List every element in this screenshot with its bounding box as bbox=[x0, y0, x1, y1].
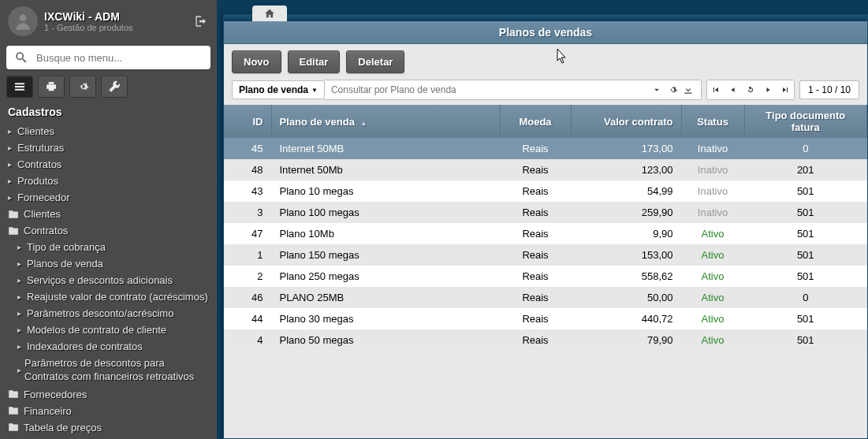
cell-tipo: 501 bbox=[744, 329, 867, 351]
menu-list-icon[interactable] bbox=[6, 76, 33, 98]
tree-subitem[interactable]: ▸Parâmetros desconto/acréscimo bbox=[14, 305, 212, 322]
cell-tipo: 501 bbox=[744, 180, 867, 202]
tree-subitem[interactable]: ▸Serviços e descontos adicionais bbox=[14, 272, 212, 288]
tree-folder[interactable]: Financeiro bbox=[5, 403, 212, 419]
deletar-button[interactable]: Deletar bbox=[346, 50, 404, 73]
table-row[interactable]: 43Plano 10 megasReais54,99Inativo501 bbox=[224, 180, 867, 202]
filter-dropdown-icon[interactable] bbox=[650, 84, 663, 96]
sidebar: IXCWiki - ADM 1 - Gestão de produtos Cad… bbox=[0, 0, 217, 439]
caret-icon: ▸ bbox=[17, 292, 24, 301]
caret-icon: ▸ bbox=[17, 276, 24, 285]
folder-icon bbox=[8, 225, 19, 236]
cell-moeda: Reais bbox=[500, 329, 571, 351]
editar-button[interactable]: Editar bbox=[288, 50, 341, 73]
cell-status: Ativo bbox=[681, 244, 744, 266]
col-id[interactable]: ID bbox=[224, 105, 271, 138]
table-row[interactable]: 2Plano 250 megasReais558,62Ativo501 bbox=[224, 266, 867, 287]
gears-icon[interactable] bbox=[69, 76, 96, 98]
cell-plano: Internet 50Mb bbox=[271, 159, 500, 180]
cell-tipo: 501 bbox=[744, 266, 867, 287]
filter-field-select[interactable]: Plano de venda ▼ bbox=[232, 80, 325, 99]
col-plano[interactable]: Plano de venda ▲ bbox=[271, 105, 500, 138]
folder-icon bbox=[8, 209, 19, 220]
col-plano-label: Plano de venda bbox=[280, 116, 355, 128]
cell-tipo: 0 bbox=[744, 287, 867, 308]
cell-status: Inativo bbox=[681, 138, 744, 159]
pager-refresh[interactable] bbox=[742, 80, 759, 99]
col-moeda[interactable]: Moeda bbox=[500, 105, 571, 138]
search-icon bbox=[14, 50, 28, 65]
table-row[interactable]: 3Plano 100 megasReais259,90Inativo501 bbox=[224, 202, 867, 223]
col-status[interactable]: Status bbox=[681, 105, 744, 138]
tree-label: Clientes bbox=[17, 125, 54, 137]
caret-icon: ▸ bbox=[17, 259, 24, 268]
tree-label: Fornecedores bbox=[24, 389, 87, 400]
table-row[interactable]: 47Plano 10MbReais9,90Ativo501 bbox=[224, 223, 867, 244]
tree-subitem[interactable]: ▸Reajuste valor de contrato (acréscimos) bbox=[14, 288, 212, 305]
download-icon[interactable] bbox=[682, 84, 695, 96]
tree-folder[interactable]: Clientes bbox=[5, 206, 212, 222]
tree-folder[interactable]: Contratos bbox=[5, 222, 212, 239]
cell-moeda: Reais bbox=[500, 308, 571, 329]
pager-prev[interactable] bbox=[725, 80, 742, 99]
cell-plano: Plano 30 megas bbox=[271, 308, 500, 329]
cell-plano: Plano 50 megas bbox=[271, 329, 500, 351]
cell-valor: 259,90 bbox=[571, 202, 681, 223]
menu-search[interactable] bbox=[6, 46, 210, 69]
tab-bar bbox=[224, 15, 867, 21]
tree-subitem[interactable]: ▸Parâmetros de descontos para Contratos … bbox=[14, 355, 212, 386]
tree-folder[interactable]: Fornecedores bbox=[5, 386, 212, 403]
filter-gear-icon[interactable] bbox=[666, 84, 679, 96]
tree-label: Modelos de contrato de cliente bbox=[27, 324, 166, 336]
panel-title: Planos de vendas bbox=[224, 21, 867, 44]
pager-next[interactable] bbox=[759, 80, 777, 99]
tree-item[interactable]: ▸Estruturas bbox=[5, 140, 212, 156]
col-tipo[interactable]: Tipo documento fatura bbox=[744, 105, 867, 138]
novo-button[interactable]: Novo bbox=[232, 50, 281, 73]
tree-folder[interactable]: Tabela de preços bbox=[5, 419, 212, 436]
tree-item[interactable]: ▸Fornecedor bbox=[5, 189, 212, 206]
menu-search-input[interactable] bbox=[36, 52, 203, 64]
table-row[interactable]: 44Plano 30 megasReais440,72Ativo501 bbox=[224, 308, 867, 329]
cell-valor: 54,99 bbox=[571, 180, 681, 202]
folder-icon bbox=[8, 405, 19, 416]
home-tab[interactable] bbox=[252, 6, 287, 21]
table-row[interactable]: 45Internet 50MBReais173,00Inativo0 bbox=[224, 138, 867, 159]
caret-icon: ▸ bbox=[8, 127, 14, 136]
caret-icon: ▸ bbox=[17, 342, 24, 351]
tree-subitem[interactable]: ▸Tipo de cobrança bbox=[14, 239, 212, 255]
table-row[interactable]: 4Plano 50 megasReais79,90Ativo501 bbox=[224, 329, 867, 351]
table-row[interactable]: 48Internet 50MbReais123,00Inativo201 bbox=[224, 159, 867, 180]
table-row[interactable]: 46PLANO 25MBReais50,00Ativo0 bbox=[224, 287, 867, 308]
caret-icon: ▸ bbox=[17, 243, 24, 251]
logout-icon[interactable] bbox=[193, 13, 209, 29]
cell-id: 3 bbox=[224, 202, 271, 223]
caret-icon: ▸ bbox=[8, 177, 14, 185]
pager-last[interactable] bbox=[777, 80, 794, 99]
cell-id: 45 bbox=[224, 138, 271, 159]
tree-item[interactable]: ▸Produtos bbox=[5, 173, 212, 189]
tree-subitem[interactable]: ▸Modelos de contrato de cliente bbox=[14, 322, 212, 338]
tree-folder[interactable]: Produtos bbox=[5, 436, 212, 439]
tree-label: Tabela de preços bbox=[24, 422, 102, 433]
col-valor[interactable]: Valor contrato bbox=[571, 105, 681, 138]
cell-valor: 558,62 bbox=[571, 266, 681, 287]
tree-item[interactable]: ▸Contratos bbox=[5, 156, 212, 173]
tree-item[interactable]: ▸Clientes bbox=[5, 123, 212, 140]
cell-moeda: Reais bbox=[500, 138, 571, 159]
cell-plano: Plano 250 megas bbox=[271, 266, 500, 287]
table-row[interactable]: 1Plano 150 megasReais153,00Ativo501 bbox=[224, 244, 867, 266]
cell-tipo: 0 bbox=[744, 138, 867, 159]
cell-tipo: 201 bbox=[744, 159, 867, 180]
tree-subitem[interactable]: ▸Indexadores de contratos bbox=[14, 338, 212, 355]
tree-subitem[interactable]: ▸Planos de venda bbox=[14, 255, 212, 272]
cell-status: Inativo bbox=[681, 159, 744, 180]
app-title: IXCWiki - ADM bbox=[44, 10, 133, 23]
print-icon[interactable] bbox=[38, 76, 65, 98]
wrench-icon[interactable] bbox=[101, 76, 128, 98]
cell-valor: 79,90 bbox=[571, 329, 681, 351]
tree-label: Parâmetros desconto/acréscimo bbox=[27, 307, 173, 319]
filter-input[interactable] bbox=[331, 84, 647, 95]
pager-first[interactable] bbox=[707, 80, 725, 99]
section-cadastros: Cadastros bbox=[0, 98, 217, 123]
